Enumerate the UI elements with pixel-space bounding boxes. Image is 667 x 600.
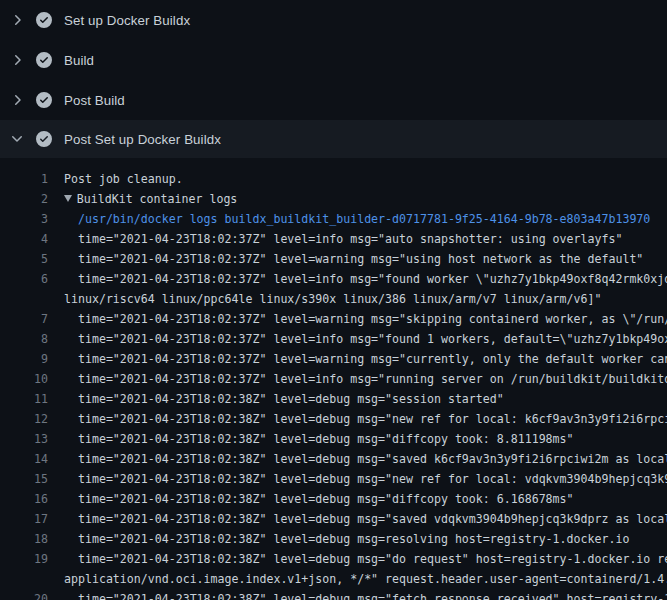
log-line: 19 time="2021-04-23T18:02:38Z" level=deb… — [0, 549, 667, 569]
log-line-number[interactable]: 7 — [0, 309, 48, 329]
log-text: linux/riscv64 linux/ppc64le linux/s390x … — [64, 289, 601, 309]
step-row-post-build[interactable]: Post Build — [0, 80, 667, 120]
log-text: Post job cleanup. — [64, 169, 183, 189]
log-text: time="2021-04-23T18:02:38Z" level=debug … — [64, 529, 629, 549]
log-text: time="2021-04-23T18:02:38Z" level=debug … — [64, 389, 504, 409]
log-text: time="2021-04-23T18:02:37Z" level=warnin… — [64, 249, 643, 269]
log-line-wrap: application/vnd.oci.image.index.v1+json,… — [0, 569, 667, 589]
log-text: time="2021-04-23T18:02:37Z" level=warnin… — [64, 309, 667, 329]
log-line-number[interactable]: 13 — [0, 429, 48, 449]
log-line-number — [0, 289, 48, 309]
log-line: 5 time="2021-04-23T18:02:37Z" level=warn… — [0, 249, 667, 269]
step-title: Post Build — [64, 93, 125, 108]
step-title: Build — [64, 53, 94, 68]
log-line-number[interactable]: 14 — [0, 449, 48, 469]
log-text: time="2021-04-23T18:02:38Z" level=debug … — [64, 509, 667, 529]
log-line: 11 time="2021-04-23T18:02:38Z" level=deb… — [0, 389, 667, 409]
log-text: time="2021-04-23T18:02:37Z" level=info m… — [64, 329, 667, 349]
log-line-number[interactable]: 3 — [0, 209, 48, 229]
actions-log-viewer: Set up Docker Buildx Build Post Build Po… — [0, 0, 667, 600]
log-line-number[interactable]: 5 — [0, 249, 48, 269]
log-line-number[interactable]: 17 — [0, 509, 48, 529]
step-title: Post Set up Docker Buildx — [64, 132, 221, 147]
log-line: 6 time="2021-04-23T18:02:37Z" level=info… — [0, 269, 667, 289]
log-text: time="2021-04-23T18:02:37Z" level=warnin… — [64, 349, 667, 369]
log-command-text: /usr/bin/docker logs buildx_buildkit_bui… — [64, 209, 650, 229]
log-line: 4 time="2021-04-23T18:02:37Z" level=info… — [0, 229, 667, 249]
log-line-number[interactable]: 9 — [0, 349, 48, 369]
log-line: 14 time="2021-04-23T18:02:38Z" level=deb… — [0, 449, 667, 469]
step-title: Set up Docker Buildx — [64, 13, 190, 28]
step-row-post-setup-docker-buildx[interactable]: Post Set up Docker Buildx — [0, 120, 667, 158]
log-line-number[interactable]: 6 — [0, 269, 48, 289]
log-line-number — [0, 569, 48, 589]
log-text: time="2021-04-23T18:02:38Z" level=debug … — [64, 549, 667, 569]
log-text: time="2021-04-23T18:02:38Z" level=debug … — [64, 589, 667, 600]
log-text: time="2021-04-23T18:02:37Z" level=info m… — [64, 369, 667, 389]
log-text: time="2021-04-23T18:02:38Z" level=debug … — [64, 449, 667, 469]
log-line: 9 time="2021-04-23T18:02:37Z" level=warn… — [0, 349, 667, 369]
log-line: 2BuildKit container logs — [0, 189, 667, 209]
log-line: 15 time="2021-04-23T18:02:38Z" level=deb… — [0, 469, 667, 489]
log-line-number[interactable]: 1 — [0, 169, 48, 189]
chevron-down-icon[interactable] — [9, 131, 25, 147]
log-line-number[interactable]: 10 — [0, 369, 48, 389]
log-line: 10 time="2021-04-23T18:02:37Z" level=inf… — [0, 369, 667, 389]
check-circle-icon — [36, 92, 52, 108]
log-text: time="2021-04-23T18:02:37Z" level=info m… — [64, 229, 622, 249]
log-line-number[interactable]: 2 — [0, 189, 48, 209]
log-line-number[interactable]: 19 — [0, 549, 48, 569]
log-text: time="2021-04-23T18:02:37Z" level=info m… — [64, 269, 667, 289]
group-collapse-triangle-icon[interactable] — [64, 195, 72, 202]
log-line: 12 time="2021-04-23T18:02:38Z" level=deb… — [0, 409, 667, 429]
log-line: 13 time="2021-04-23T18:02:38Z" level=deb… — [0, 429, 667, 449]
log-line-number[interactable]: 4 — [0, 229, 48, 249]
log-line: 3 /usr/bin/docker logs buildx_buildkit_b… — [0, 209, 667, 229]
log-line-number[interactable]: 15 — [0, 469, 48, 489]
log-line-number[interactable]: 20 — [0, 589, 48, 600]
check-circle-icon — [36, 52, 52, 68]
log-line-number[interactable]: 12 — [0, 409, 48, 429]
log-line-wrap: linux/riscv64 linux/ppc64le linux/s390x … — [0, 289, 667, 309]
log-text: application/vnd.oci.image.index.v1+json,… — [64, 569, 667, 589]
log-text: time="2021-04-23T18:02:38Z" level=debug … — [64, 469, 667, 489]
log-line-number[interactable]: 16 — [0, 489, 48, 509]
log-text: time="2021-04-23T18:02:38Z" level=debug … — [64, 489, 574, 509]
log-text: time="2021-04-23T18:02:38Z" level=debug … — [64, 409, 667, 429]
log-line: 8 time="2021-04-23T18:02:37Z" level=info… — [0, 329, 667, 349]
log-line: 18 time="2021-04-23T18:02:38Z" level=deb… — [0, 529, 667, 549]
log-line: 1Post job cleanup. — [0, 169, 667, 189]
log-text: BuildKit container logs — [64, 189, 237, 209]
step-row-build[interactable]: Build — [0, 40, 667, 80]
log-line-number[interactable]: 11 — [0, 389, 48, 409]
step-row-setup-docker-buildx[interactable]: Set up Docker Buildx — [0, 0, 667, 40]
check-circle-icon — [36, 131, 52, 147]
log-output: 1Post job cleanup.2BuildKit container lo… — [0, 158, 667, 600]
chevron-right-icon[interactable] — [9, 52, 25, 68]
log-line-number[interactable]: 18 — [0, 529, 48, 549]
log-text: time="2021-04-23T18:02:38Z" level=debug … — [64, 429, 574, 449]
chevron-right-icon[interactable] — [9, 92, 25, 108]
chevron-right-icon[interactable] — [9, 12, 25, 28]
log-line-number[interactable]: 8 — [0, 329, 48, 349]
log-line: 20 time="2021-04-23T18:02:38Z" level=deb… — [0, 589, 667, 600]
check-circle-icon — [36, 12, 52, 28]
log-line: 16 time="2021-04-23T18:02:38Z" level=deb… — [0, 489, 667, 509]
log-line: 17 time="2021-04-23T18:02:38Z" level=deb… — [0, 509, 667, 529]
log-line: 7 time="2021-04-23T18:02:37Z" level=warn… — [0, 309, 667, 329]
group-title[interactable]: BuildKit container logs — [77, 192, 238, 206]
